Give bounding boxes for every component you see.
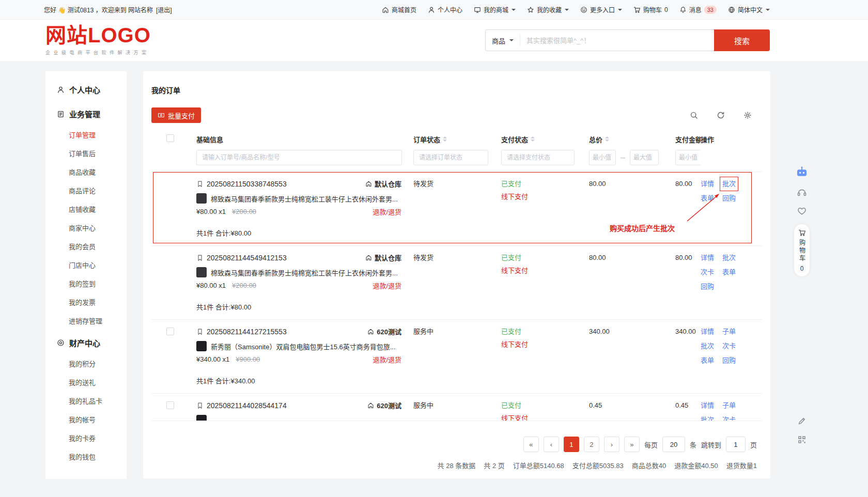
topbar-link-messages[interactable]: 消息 33 [679,5,717,14]
search-icon[interactable] [690,111,698,119]
product-title[interactable]: 新秀丽（Samsonite）双肩包电脑包男士15.6英寸商务背包旅... [211,341,396,351]
sidebar-item-my-accounts[interactable]: 我的帐号 [45,411,127,429]
page-button-2[interactable]: 2 [584,437,599,452]
pay-status-select[interactable] [501,150,575,165]
product-thumbnail[interactable] [196,193,207,204]
sidebar-item-gift-cards[interactable]: 我的礼品卡 [45,392,127,411]
search-category-select[interactable]: 商品 [486,35,520,46]
topbar-link-my-favorites[interactable]: 我的收藏 [527,5,569,14]
chevron-down-icon [766,9,770,11]
sort-icon[interactable] [443,136,447,142]
sidebar-item-product-reviews[interactable]: 商品评论 [45,182,127,200]
topbar-link-my-mall[interactable]: 我的商城 [474,5,516,14]
last-page-button[interactable]: » [624,437,640,452]
select-all-checkbox[interactable] [166,134,174,142]
action-form[interactable]: 表单 [722,268,736,277]
order-keyword-input[interactable] [196,150,402,165]
floating-cart-button[interactable]: 购物车 0 [794,224,810,276]
action-batch[interactable]: 批次 [701,341,714,351]
qr-code-icon[interactable] [797,435,807,444]
action-repurchase[interactable]: 回购 [701,282,714,291]
sidebar-item-product-favorites[interactable]: 商品收藏 [45,163,127,182]
total-max-input[interactable] [630,150,659,165]
action-repurchase[interactable]: 回购 [722,356,736,365]
product-title[interactable]: 棉致森马集团春季新款男士纯棉宽松工装牛仔上衣休闲外套男... [211,194,398,204]
batch-pay-label: 批量支付 [168,111,195,120]
action-form[interactable]: 表单 [701,356,714,365]
action-detail[interactable]: 详情 [701,327,714,336]
prev-page-button[interactable]: ‹ [544,437,559,452]
pay-amount: 340.00 [675,328,696,335]
action-times-card[interactable]: 次卡 [722,415,736,421]
action-times-card[interactable]: 次卡 [722,341,736,351]
first-page-button[interactable]: « [523,437,539,452]
jump-page-input[interactable] [726,437,746,452]
action-times-card[interactable]: 次卡 [701,268,714,277]
sidebar-item-merchant-center[interactable]: 商家中心 [45,219,127,238]
sidebar-item-my-points[interactable]: 我的积分 [45,355,127,374]
product-thumbnail[interactable] [196,341,207,351]
row-checkbox[interactable] [166,401,174,409]
sidebar-section-personal-center[interactable]: 个人中心 [45,77,127,102]
refund-link[interactable]: 退款/退货 [373,354,401,364]
sidebar-item-my-coupons[interactable]: 我的卡券 [45,429,127,448]
sidebar-section-business[interactable]: 业务管理 [45,102,127,126]
logo-block[interactable]: 网站LOGO 企业级电商平台软件解决方案 [45,25,151,56]
topbar-link-personal-center[interactable]: 个人中心 [428,5,462,14]
headset-icon[interactable] [797,187,807,197]
action-batch[interactable]: 批次 [701,415,714,421]
action-batch[interactable]: 批次 [722,179,736,189]
warehouse-icon [367,328,374,335]
product-thumbnail[interactable] [196,267,207,277]
action-repurchase[interactable]: 回购 [722,194,736,203]
topbar-link-language[interactable]: 简体中文 [728,5,770,14]
sidebar-item-my-invoice[interactable]: 我的发票 [45,293,127,312]
sidebar-item-my-checkin[interactable]: 我的签到 [45,275,127,293]
edit-icon[interactable] [797,416,807,426]
gear-icon[interactable] [743,111,752,119]
search-input[interactable] [520,37,714,44]
sidebar-item-order-aftersales[interactable]: 订单售后 [45,145,127,163]
stat-order-total: 订单总额5140.68 [513,460,564,470]
product-title[interactable]: 棉致森马集团春季新款男士纯棉宽松工装牛仔上衣休闲外套男... [211,268,398,277]
sort-icon[interactable] [605,136,609,142]
refresh-icon[interactable] [717,111,725,119]
sidebar-item-order-management[interactable]: 订单管理 [45,126,127,145]
per-page-unit: 条 [690,440,696,449]
page-button-1[interactable]: 1 [564,437,579,452]
per-page-select[interactable]: 20 [662,437,685,452]
sidebar-item-inventory-management[interactable]: 进销存管理 [45,312,127,331]
sidebar-item-store-center[interactable]: 门店中心 [45,256,127,275]
action-form[interactable]: 表单 [701,194,714,203]
search-button[interactable]: 搜索 [714,29,770,51]
section-title: 个人中心 [69,84,100,95]
logout-link[interactable]: [退出] [156,5,172,14]
action-suborder[interactable]: 子单 [722,401,736,410]
sidebar-section-assets[interactable]: 财产中心 [45,331,127,355]
refund-link[interactable]: 退款/退货 [373,207,401,216]
action-detail[interactable]: 详情 [701,401,714,410]
action-suborder[interactable]: 子单 [722,327,736,336]
product-thumbnail[interactable] [196,415,207,421]
sort-icon[interactable] [531,136,535,142]
next-page-button[interactable]: › [604,437,619,452]
heart-icon[interactable] [797,206,807,216]
robot-assistant-icon[interactable] [795,165,809,179]
cart-count: 0 [664,6,668,13]
action-detail[interactable]: 详情 [701,253,714,262]
total-min-input[interactable] [589,150,616,165]
sidebar-item-my-membership[interactable]: 我的会员 [45,238,127,256]
action-batch[interactable]: 批次 [722,253,736,262]
batch-pay-button[interactable]: 批量支付 [151,107,201,123]
order-status-select[interactable] [413,150,488,165]
sidebar-item-shop-favorites[interactable]: 店铺收藏 [45,200,127,219]
action-detail[interactable]: 详情 [701,179,714,189]
topbar-link-mall-home[interactable]: 商城首页 [382,5,416,14]
topbar-link-more-entries[interactable]: 更多入口 [580,5,622,14]
topbar-link-cart[interactable]: 购物车 0 [633,5,668,14]
row-checkbox[interactable] [166,328,174,335]
amount-min-input[interactable] [675,150,701,165]
sidebar-item-my-gifts[interactable]: 我的送礼 [45,374,127,392]
sidebar-item-my-wallet[interactable]: 我的钱包 [45,448,127,467]
refund-link[interactable]: 退款/退货 [373,281,401,290]
